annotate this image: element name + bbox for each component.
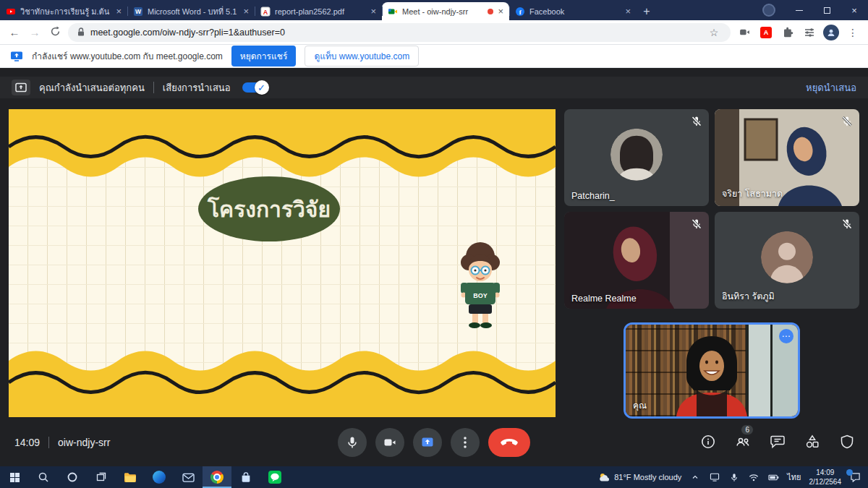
participants-button[interactable]: 6 — [735, 434, 751, 450]
task-view-button[interactable] — [87, 466, 116, 488]
tab-close-icon[interactable]: × — [625, 7, 631, 16]
mic-off-icon — [690, 115, 703, 128]
forward-icon[interactable]: → — [27, 26, 42, 38]
pdf-favicon-icon: A — [260, 7, 271, 17]
media-controls-icon[interactable] — [801, 25, 817, 40]
stop-sharing-button[interactable]: หยุดการแชร์ — [231, 46, 297, 67]
start-button[interactable] — [0, 466, 29, 488]
info-icon — [700, 434, 716, 450]
activities-button[interactable] — [804, 434, 820, 450]
end-call-icon — [501, 439, 518, 446]
tab-word[interactable]: W Microsoft Word - บทที่ 5.1 × — [127, 2, 255, 20]
divider — [48, 437, 49, 448]
bookmark-star-icon[interactable]: ☆ — [706, 25, 722, 40]
new-tab-button[interactable]: + — [637, 2, 657, 20]
call-controls — [338, 428, 530, 457]
mic-off-icon — [841, 115, 854, 128]
participant-name: อินทิรา รัตภูมิ — [722, 289, 775, 304]
participant-count-badge: 6 — [741, 424, 754, 435]
tab-recording-indicator — [488, 9, 493, 14]
weather-widget[interactable]: 81°F Mostly cloudy — [598, 472, 681, 482]
wifi-icon[interactable] — [748, 471, 760, 483]
back-icon[interactable]: ← — [7, 26, 22, 38]
tray-mic-icon[interactable] — [728, 471, 740, 483]
store-bag-icon — [240, 471, 252, 483]
browser-tab-strip: วิชาทักษะการเรียนรู้ ม.ต้น เรื่องกา × W … — [0, 0, 868, 20]
chrome-icon — [210, 471, 224, 484]
participant-name: จริยา โสธามาด — [722, 187, 783, 201]
show-hidden-icons-chevron[interactable] — [689, 471, 701, 483]
lock-icon — [77, 27, 85, 37]
taskbar-date: 2/12/2564 — [809, 477, 842, 487]
windows-logo-icon — [9, 472, 20, 483]
view-tab-button[interactable]: ดูแท็บ www.youtube.com — [305, 46, 419, 67]
stop-presenting-link[interactable]: หยุดนำเสนอ — [806, 80, 856, 95]
participant-tile[interactable]: จริยา โสธามาด — [715, 109, 859, 206]
notification-badge — [846, 469, 853, 476]
tab-close-icon[interactable]: × — [116, 7, 122, 16]
self-view-tile[interactable]: ⋯ คุณ — [624, 322, 800, 419]
file-explorer-button[interactable] — [116, 466, 145, 488]
meet-favicon-icon — [388, 7, 398, 17]
reload-icon[interactable] — [48, 26, 62, 39]
chat-button[interactable] — [770, 434, 786, 450]
camera-icon — [383, 435, 397, 450]
camera-button[interactable] — [375, 428, 404, 457]
more-options-button[interactable] — [451, 428, 480, 457]
tab-pdf[interactable]: A report-plan2562.pdf × — [255, 2, 382, 20]
maximize-button[interactable] — [813, 0, 841, 20]
self-view-more-icon[interactable]: ⋯ — [779, 329, 793, 343]
presenting-status-bar: คุณกำลังนำเสนอต่อทุกคน เสียงการนำเสนอ ✓ … — [0, 77, 868, 98]
tab-close-icon[interactable]: × — [243, 7, 249, 16]
browser-profile-icon[interactable] — [762, 4, 775, 17]
browser-menu-icon[interactable]: ⋮ — [845, 25, 861, 40]
action-center-button[interactable] — [849, 471, 861, 483]
presented-slide: โครงการวิจัย BOY — [9, 109, 556, 417]
participant-name: Realme Realme — [571, 294, 637, 304]
tab-sharing-banner: กำลังแชร์ www.youtube.com กับ meet.googl… — [0, 45, 868, 68]
browser-toolbar: ← → meet.google.com/oiw-ndjy-srr?pli=1&a… — [0, 20, 868, 45]
mail-icon — [182, 472, 195, 483]
close-button[interactable]: × — [841, 0, 868, 20]
mic-icon — [345, 435, 359, 450]
meeting-details-button[interactable] — [700, 434, 716, 450]
mic-button[interactable] — [338, 428, 367, 457]
taskbar-clock[interactable]: 14:09 2/12/2564 — [809, 468, 842, 487]
edge-button[interactable] — [145, 466, 174, 488]
mail-button[interactable] — [174, 466, 203, 488]
line-icon — [268, 471, 281, 484]
extensions-puzzle-icon[interactable] — [780, 25, 796, 40]
tab-youtube[interactable]: วิชาทักษะการเรียนรู้ ม.ต้น เรื่องกา × — [0, 2, 127, 20]
presentation-audio-toggle[interactable]: ✓ — [242, 82, 267, 93]
minimize-button[interactable] — [786, 0, 813, 20]
present-button[interactable] — [413, 428, 442, 457]
host-controls-button[interactable] — [839, 434, 855, 450]
tab-close-icon[interactable]: × — [498, 7, 503, 16]
windows-taskbar: 81°F Mostly cloudy ไทย 14:09 2/12/2564 — [0, 466, 868, 488]
tab-close-icon[interactable]: × — [370, 7, 376, 16]
address-bar[interactable]: meet.google.com/oiw-ndjy-srr?pli=1&authu… — [68, 23, 731, 42]
tab-meet-active[interactable]: Meet - oiw-ndjy-srr × — [382, 2, 509, 20]
participant-tile[interactable]: อินทิรา รัตภูมิ — [715, 212, 859, 309]
store-button[interactable] — [231, 466, 260, 488]
weather-icon — [598, 472, 610, 482]
end-call-button[interactable] — [488, 428, 530, 457]
adobe-extension-icon[interactable]: A — [758, 25, 774, 40]
cast-screen-icon[interactable] — [709, 471, 720, 483]
cortana-button[interactable] — [58, 466, 87, 488]
camera-in-use-icon[interactable] — [736, 25, 752, 40]
participant-tile[interactable]: Realme Realme — [564, 212, 709, 309]
chrome-button[interactable] — [203, 466, 231, 488]
tab-facebook[interactable]: f Facebook × — [509, 2, 637, 20]
battery-icon[interactable] — [767, 471, 779, 483]
line-app-button[interactable] — [260, 466, 289, 488]
weather-text: 81°F Mostly cloudy — [614, 473, 681, 481]
self-video — [626, 325, 798, 416]
taskbar-search-button[interactable] — [29, 466, 58, 488]
browser-avatar[interactable] — [823, 25, 839, 40]
participant-tile[interactable]: Patcharin_ — [564, 109, 709, 206]
edge-icon — [153, 471, 166, 484]
taskbar-time: 14:09 — [809, 468, 842, 477]
language-indicator[interactable]: ไทย — [787, 471, 801, 484]
present-icon — [12, 80, 30, 95]
